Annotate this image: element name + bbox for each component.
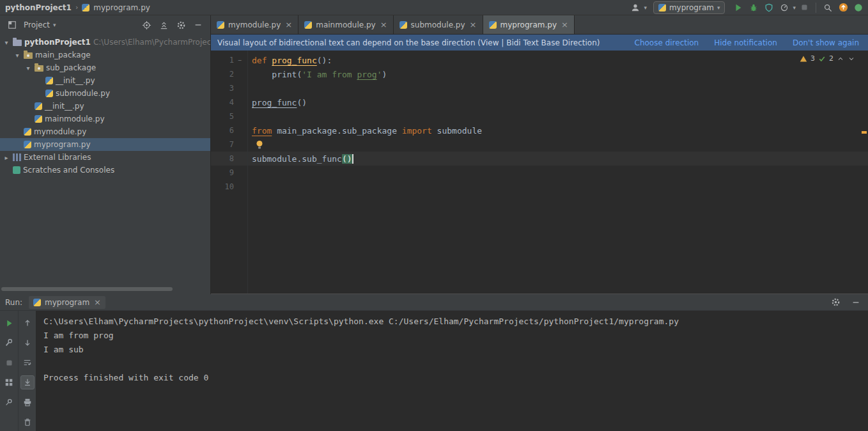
clear-console-trash-icon[interactable] xyxy=(20,415,35,429)
hide-panel-icon[interactable] xyxy=(191,18,205,32)
console-line: Process finished with exit code 0 xyxy=(43,371,868,385)
hide-panel-icon[interactable] xyxy=(849,295,863,310)
chevron-down-icon[interactable]: ▾ xyxy=(793,4,796,11)
tab-myprogram.py[interactable]: myprogram.py× xyxy=(483,15,575,34)
project-panel-title[interactable]: Project xyxy=(24,20,50,29)
debug-button[interactable] xyxy=(747,1,761,15)
scrollbar-warning-mark[interactable] xyxy=(862,131,867,134)
print-icon[interactable] xyxy=(20,395,35,409)
tree-item-__init__.py[interactable]: __init__.py xyxy=(0,74,210,87)
code-token: from xyxy=(252,126,272,136)
down-stack-trace-icon[interactable] xyxy=(20,336,35,350)
soft-wrap-icon[interactable] xyxy=(20,356,35,370)
run-console[interactable]: C:\Users\Elham\PycharmProjects\pythonPro… xyxy=(36,311,868,431)
intention-bulb-icon[interactable] xyxy=(256,140,265,149)
code-line-1[interactable]: def prog_func(): xyxy=(248,53,868,67)
tree-item-label: sub_package xyxy=(46,63,96,72)
code-line-6[interactable]: from main_package.sub_package import sub… xyxy=(248,123,868,137)
tree-item-pythonProject1[interactable]: ▾pythonProject1 C:\Users\Elham\PycharmPr… xyxy=(0,36,210,49)
rerun-button[interactable] xyxy=(2,316,16,330)
line-number: 6 xyxy=(211,126,234,135)
tree-item-Scratches and Consoles[interactable]: Scratches and Consoles xyxy=(0,164,210,176)
inspection-widget[interactable]: 3 2 xyxy=(800,54,855,63)
notification-action-hide-notification[interactable]: Hide notification xyxy=(714,38,777,47)
run-config-selector[interactable]: myprogram ▾ xyxy=(653,1,725,14)
code-line-4[interactable]: prog_func() xyxy=(248,95,868,109)
editor-scrollbar[interactable] xyxy=(860,51,868,294)
python-icon xyxy=(24,128,31,136)
tree-item-mainmodule.py[interactable]: mainmodule.py xyxy=(0,113,210,125)
fold-icon[interactable]: − xyxy=(234,58,245,63)
code-line-8[interactable]: submodule.sub_func() xyxy=(248,152,868,166)
project-view-icon[interactable] xyxy=(5,18,19,32)
tab-close-icon[interactable]: × xyxy=(380,20,387,29)
tree-item-main_package[interactable]: ▾main_package xyxy=(0,49,210,61)
settings-gear-icon[interactable] xyxy=(174,18,188,32)
text-caret xyxy=(352,154,353,164)
tree-item-External Libraries[interactable]: ▸External Libraries xyxy=(0,151,210,164)
profiler-button[interactable] xyxy=(777,1,791,15)
notification-action-choose-direction[interactable]: Choose direction xyxy=(635,38,699,47)
tab-submodule.py[interactable]: submodule.py× xyxy=(394,15,483,34)
tab-mainmodule.py[interactable]: mainmodule.py× xyxy=(298,15,393,34)
restore-layout-icon[interactable] xyxy=(2,375,16,389)
chevron-down-icon[interactable]: ▾ xyxy=(13,52,21,59)
python-file-icon xyxy=(82,4,89,12)
code-line-5[interactable] xyxy=(248,109,868,123)
run-settings-wrench-icon[interactable] xyxy=(2,336,16,350)
tree-item-sub_package[interactable]: ▾sub_package xyxy=(0,61,210,74)
code-line-10[interactable] xyxy=(248,180,868,194)
run-button[interactable] xyxy=(731,1,745,15)
notification-action-don-t-show-again[interactable]: Don't show again xyxy=(793,38,859,47)
tab-close-icon[interactable]: × xyxy=(285,20,292,29)
code-line-2[interactable]: print('I am from prog') xyxy=(248,67,868,81)
breadcrumb-project[interactable]: pythonProject1 xyxy=(5,3,72,12)
tree-item-myprogram.py[interactable]: myprogram.py xyxy=(0,138,210,151)
editor-code[interactable]: def prog_func(): print('I am from prog')… xyxy=(248,51,868,294)
pin-tab-icon[interactable] xyxy=(2,395,16,409)
breadcrumb-file[interactable]: myprogram.py xyxy=(93,3,150,12)
locate-file-icon[interactable] xyxy=(139,18,153,32)
editor-gutter: 1−2345678910 xyxy=(211,51,248,294)
search-everywhere-icon[interactable] xyxy=(821,1,835,15)
code-line-9[interactable] xyxy=(248,166,868,180)
tree-item-label: myprogram.py xyxy=(34,140,91,149)
chevron-down-icon[interactable]: ▾ xyxy=(3,39,10,46)
gutter-line-3: 3 xyxy=(211,81,247,95)
stop-button[interactable] xyxy=(797,1,811,15)
next-problem-icon[interactable] xyxy=(848,55,855,63)
stop-button[interactable] xyxy=(2,356,16,370)
prev-problem-icon[interactable] xyxy=(837,55,844,63)
scroll-to-end-icon[interactable] xyxy=(20,375,35,389)
update-notification-icon[interactable] xyxy=(836,1,850,15)
editor[interactable]: 1−2345678910 def prog_func(): print('I a… xyxy=(211,51,868,294)
gutter-line-5: 5 xyxy=(211,109,247,123)
settings-gear-icon[interactable] xyxy=(828,295,842,310)
code-line-7[interactable] xyxy=(248,137,868,152)
chevron-down-icon[interactable]: ▾ xyxy=(644,4,647,11)
user-icon[interactable] xyxy=(628,1,642,15)
collapse-all-icon[interactable] xyxy=(157,18,171,32)
tree-item-mymodule.py[interactable]: mymodule.py xyxy=(0,125,210,138)
tab-close-icon[interactable]: × xyxy=(470,20,477,29)
python-icon xyxy=(45,77,53,84)
warning-count: 3 xyxy=(810,54,815,63)
python-file-icon xyxy=(399,21,407,29)
project-horizontal-scrollbar[interactable] xyxy=(1,287,173,291)
tree-item-submodule.py[interactable]: submodule.py xyxy=(0,87,210,100)
code-line-3[interactable] xyxy=(248,81,868,95)
plugin-status-icon[interactable] xyxy=(851,1,865,15)
tab-mymodule.py[interactable]: mymodule.py× xyxy=(211,15,298,34)
code-token: ) xyxy=(382,70,387,79)
tab-close-icon[interactable]: × xyxy=(561,20,568,29)
run-tab[interactable]: myprogram × xyxy=(29,296,105,309)
chevron-down-icon[interactable]: ▾ xyxy=(24,65,32,72)
up-stack-trace-icon[interactable] xyxy=(20,316,35,330)
chevron-right-icon[interactable]: ▸ xyxy=(3,154,10,161)
tree-item-__init__.py[interactable]: __init__.py xyxy=(0,100,210,113)
chevron-down-icon[interactable]: ▾ xyxy=(53,22,56,28)
coverage-button[interactable] xyxy=(762,1,776,15)
code-token: print( xyxy=(252,70,302,79)
code-token: (): xyxy=(317,56,332,65)
tab-close-icon[interactable]: × xyxy=(94,298,101,306)
